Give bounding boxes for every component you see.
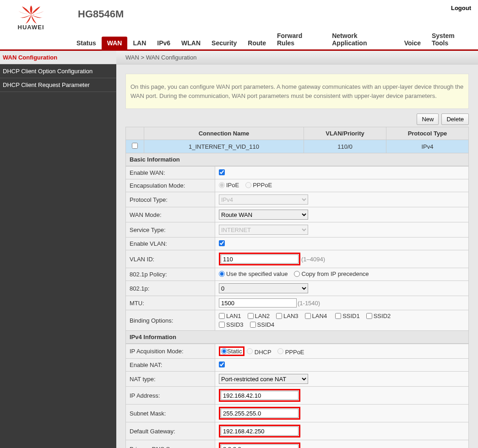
binding-ssid3-checkbox[interactable] [219, 322, 225, 328]
label-service-type: Service Type: [126, 222, 215, 237]
label-wan-mode: WAN Mode: [126, 207, 215, 222]
nav-tab-status[interactable]: Status [71, 37, 102, 49]
label-ip-mode: IP Acquisition Mode: [126, 344, 215, 359]
nat-type-select[interactable]: Port-restricted cone NAT [219, 374, 308, 384]
label-dns1: Primary DNS Server: [126, 440, 215, 448]
new-button[interactable]: New [417, 113, 439, 125]
cell-vlan: 110/0 [304, 140, 386, 153]
col-conn-name: Connection Name [144, 127, 304, 140]
nav-tab-wan[interactable]: WAN [102, 37, 128, 49]
enable-wan-checkbox[interactable] [219, 169, 225, 175]
nav-tab-route[interactable]: Route [242, 37, 272, 49]
ipmode-dhcp-radio [247, 348, 253, 354]
binding-ssid2-checkbox[interactable] [366, 313, 372, 319]
huawei-logo: HUAWEI [5, 5, 57, 31]
col-proto: Protocol Type [386, 127, 469, 140]
subnet-input[interactable] [221, 409, 299, 418]
label-policy: 802.1p Policy: [126, 268, 215, 281]
label-binding: Binding Options: [126, 310, 215, 331]
nav-tab-security[interactable]: Security [206, 37, 242, 49]
label-priority: 802.1p: [126, 281, 215, 296]
label-nat-type: NAT type: [126, 372, 215, 387]
label-enable-wan: Enable WAN: [126, 167, 215, 179]
cell-conn-name: 1_INTERNET_R_VID_110 [144, 140, 304, 153]
mtu-input[interactable] [219, 298, 297, 308]
nav-tab-ipv6[interactable]: IPv6 [152, 37, 176, 49]
sidebar-item-2[interactable]: DHCP Client Request Parameter [0, 78, 116, 92]
model-name: HG8546M [78, 8, 124, 20]
enable-vlan-checkbox[interactable] [219, 240, 225, 246]
logo-area: HUAWEI [5, 5, 57, 31]
delete-button[interactable]: Delete [441, 113, 469, 125]
policy-copy-radio[interactable] [294, 271, 300, 277]
sidebar-item-0[interactable]: WAN Configuration [0, 51, 116, 65]
row-checkbox[interactable] [132, 143, 138, 149]
logout-link[interactable]: Logout [451, 5, 471, 11]
policy-specified-radio[interactable] [219, 271, 225, 277]
binding-ssid4-checkbox[interactable] [250, 322, 256, 328]
encap-ipoe-radio [219, 182, 225, 188]
label-mtu: MTU: [126, 296, 215, 310]
brand-text: HUAWEI [18, 24, 44, 31]
connection-table: Connection Name VLAN/Priority Protocol T… [125, 127, 469, 153]
section-ipv4: IPv4 Information [125, 331, 469, 344]
label-proto-type: Protocol Type: [126, 192, 215, 207]
label-ip-addr: IP Address: [126, 387, 215, 405]
vlan-id-input[interactable] [221, 254, 299, 264]
encap-pppoe-radio [245, 182, 251, 188]
huawei-petals-icon [17, 5, 45, 24]
gateway-input[interactable] [221, 426, 299, 436]
nav-tab-lan[interactable]: LAN [127, 37, 152, 49]
label-subnet: Subnet Mask: [126, 405, 215, 422]
priority-select[interactable]: 0 [219, 283, 308, 293]
nav-tab-voice[interactable]: Voice [399, 37, 426, 49]
label-encap: Encapsulation Mode: [126, 179, 215, 192]
binding-lan1-checkbox[interactable] [219, 313, 225, 319]
enable-nat-checkbox[interactable] [219, 362, 225, 367]
label-gateway: Default Gateway: [126, 422, 215, 440]
dns1-input[interactable] [221, 444, 299, 448]
proto-type-select: IPv4 [219, 194, 308, 205]
section-basic: Basic Information [125, 153, 469, 166]
binding-lan4-checkbox[interactable] [305, 313, 311, 319]
ipmode-static-radio[interactable] [221, 348, 227, 354]
wan-mode-select[interactable]: Route WAN [219, 210, 308, 220]
sidebar: WAN ConfigurationDHCP Client Option Conf… [0, 51, 116, 448]
label-enable-vlan: Enable VLAN: [126, 237, 215, 250]
col-vlan: VLAN/Priority [304, 127, 386, 140]
breadcrumb: WAN > WAN Configuration [116, 51, 478, 65]
nav-bar: StatusWANLANIPv6WLANSecurityRouteForward… [0, 36, 478, 51]
sidebar-item-1[interactable]: DHCP Client Option Configuration [0, 65, 116, 78]
cell-proto: IPv4 [386, 140, 469, 153]
ipmode-pppoe-radio [277, 348, 283, 354]
service-type-select: INTERNET [219, 225, 308, 235]
nav-tab-wlan[interactable]: WLAN [176, 37, 206, 49]
binding-ssid1-checkbox[interactable] [335, 313, 341, 319]
label-enable-nat: Enable NAT: [126, 359, 215, 372]
page-hint: On this page, you can configure WAN port… [125, 74, 469, 109]
binding-lan2-checkbox[interactable] [248, 313, 254, 319]
label-vlan-id: VLAN ID: [126, 250, 215, 268]
connection-row[interactable]: 1_INTERNET_R_VID_110 110/0 IPv4 [126, 140, 469, 153]
header: HUAWEI HG8546M Logout [0, 0, 478, 36]
binding-lan3-checkbox[interactable] [276, 313, 282, 319]
ip-address-input[interactable] [221, 391, 299, 400]
